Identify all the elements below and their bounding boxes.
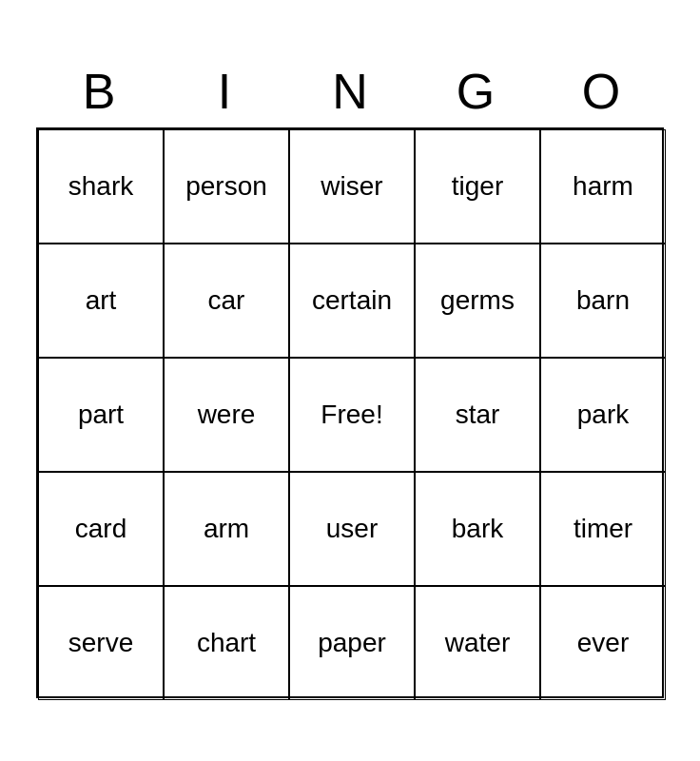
bingo-letter-G: G	[413, 63, 538, 120]
bingo-cell-r1-c1[interactable]: car	[164, 244, 289, 358]
bingo-cell-r2-c4[interactable]: park	[540, 358, 666, 472]
bingo-cell-r0-c2[interactable]: wiser	[289, 129, 415, 244]
bingo-cell-r0-c0[interactable]: shark	[38, 129, 164, 244]
bingo-grid: sharkpersonwisertigerharmartcarcertainge…	[36, 127, 664, 698]
bingo-cell-r1-c3[interactable]: germs	[415, 244, 540, 358]
bingo-card: BINGO sharkpersonwisertigerharmartcarcer…	[17, 44, 683, 717]
bingo-cell-r4-c0[interactable]: serve	[38, 586, 164, 700]
bingo-cell-r3-c4[interactable]: timer	[540, 472, 666, 586]
bingo-letter-O: O	[538, 63, 664, 120]
bingo-cell-r0-c4[interactable]: harm	[540, 129, 666, 244]
bingo-cell-r4-c1[interactable]: chart	[164, 586, 289, 700]
bingo-cell-r3-c0[interactable]: card	[38, 472, 164, 586]
bingo-cell-r3-c1[interactable]: arm	[164, 472, 289, 586]
bingo-cell-r1-c0[interactable]: art	[38, 244, 164, 358]
bingo-cell-r0-c3[interactable]: tiger	[415, 129, 540, 244]
bingo-cell-r3-c3[interactable]: bark	[415, 472, 540, 586]
bingo-cell-r3-c2[interactable]: user	[289, 472, 415, 586]
bingo-cell-r2-c1[interactable]: were	[164, 358, 289, 472]
bingo-cell-r2-c3[interactable]: star	[415, 358, 540, 472]
bingo-cell-r4-c4[interactable]: ever	[540, 586, 666, 700]
bingo-letter-I: I	[162, 63, 287, 120]
bingo-cell-r0-c1[interactable]: person	[164, 129, 289, 244]
bingo-letter-B: B	[36, 63, 162, 120]
bingo-cell-r4-c2[interactable]: paper	[289, 586, 415, 700]
bingo-cell-r1-c4[interactable]: barn	[540, 244, 666, 358]
bingo-cell-r4-c3[interactable]: water	[415, 586, 540, 700]
bingo-header: BINGO	[36, 63, 664, 120]
bingo-cell-r2-c2[interactable]: Free!	[289, 358, 415, 472]
bingo-cell-r2-c0[interactable]: part	[38, 358, 164, 472]
bingo-cell-r1-c2[interactable]: certain	[289, 244, 415, 358]
bingo-letter-N: N	[287, 63, 413, 120]
